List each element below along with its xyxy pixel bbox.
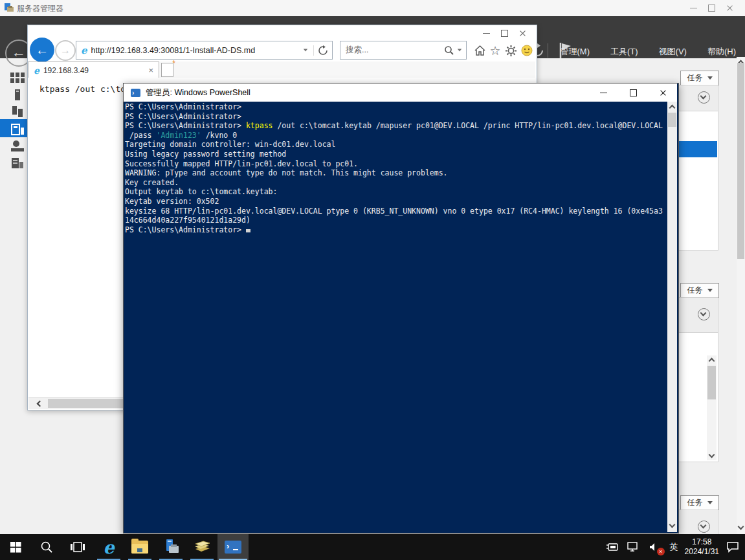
- menubar: 管理(M) 工具(T) 视图(V) 帮助(H): [561, 46, 737, 58]
- menu-tools[interactable]: 工具(T): [610, 46, 638, 58]
- minimize-icon[interactable]: [477, 28, 495, 38]
- url-text: http://192.168.3.49:30081/1-Install-AD-D…: [91, 46, 256, 55]
- console-line: PS C:\Users\Administrator>: [125, 225, 666, 235]
- card2-scrollbar[interactable]: [707, 355, 717, 460]
- clock-time: 17:58: [685, 537, 719, 547]
- search-placeholder: 搜索...: [346, 45, 368, 56]
- card2-header: [678, 297, 718, 333]
- main-scrollbar[interactable]: [737, 57, 745, 534]
- input-language-indicator[interactable]: 英: [670, 541, 678, 553]
- task-view-icon[interactable]: [62, 534, 93, 560]
- tasks-button-3[interactable]: 任务: [680, 495, 719, 510]
- dashboard-icon[interactable]: [10, 71, 25, 84]
- minimize-icon[interactable]: [594, 87, 612, 98]
- desktop: 服务器管理器 ← 管理(M) 工具(T) 视图(V) 帮助(H): [0, 0, 745, 560]
- window-title: 服务器管理器: [17, 3, 63, 14]
- mute-badge-icon: ×: [657, 548, 665, 555]
- close-icon[interactable]: [513, 28, 531, 38]
- powershell-window-controls: [594, 87, 672, 98]
- start-button[interactable]: [0, 534, 31, 560]
- tasks-button-2[interactable]: 任务: [680, 283, 719, 298]
- powershell-icon: ›: [131, 89, 140, 97]
- browser-forward-button[interactable]: →: [55, 40, 76, 61]
- refresh-icon[interactable]: [313, 45, 328, 56]
- console-line: keysize 68 HTTP/lin-pc01.dev.local@DEV.L…: [125, 207, 666, 216]
- maximize-icon[interactable]: [702, 3, 720, 13]
- url-dropdown-icon[interactable]: [304, 49, 307, 52]
- taskbar-file-explorer-icon[interactable]: [124, 534, 155, 560]
- home-icon[interactable]: [473, 43, 487, 58]
- power-plug-icon[interactable]: [605, 540, 619, 554]
- close-icon[interactable]: [654, 87, 672, 98]
- tab-192-168-3-49[interactable]: e 192.168.3.49 ×: [28, 62, 159, 78]
- console-line: /pass 'Admin123' /kvno 0: [125, 131, 666, 140]
- collapse-chevron-icon[interactable]: [698, 91, 710, 104]
- console-line: 14c664d40a227f9540121d1a29d): [125, 216, 666, 225]
- console-scrollbar[interactable]: [667, 102, 677, 532]
- ad-ds-icon[interactable]: [10, 123, 25, 136]
- collapse-chevron-icon[interactable]: [698, 521, 710, 533]
- powershell-title: 管理员: Windows PowerShell: [146, 87, 250, 98]
- action-center-icon[interactable]: [726, 540, 740, 554]
- clock-date: 2024/1/31: [685, 547, 719, 557]
- tab-close-icon[interactable]: ×: [148, 65, 153, 75]
- powershell-window: › 管理员: Windows PowerShell PS C:\Users\Ad…: [123, 83, 679, 533]
- all-servers-icon[interactable]: [10, 106, 25, 118]
- taskbar-yellow-stack-icon[interactable]: [186, 534, 217, 560]
- address-bar[interactable]: e http://192.168.3.49:30081/1-Install-AD…: [76, 41, 333, 60]
- taskbar-clock[interactable]: 17:58 2024/1/31: [685, 537, 719, 557]
- dns-icon[interactable]: [10, 140, 25, 153]
- browser-back-button[interactable]: ←: [30, 38, 54, 62]
- ie-page-icon: e: [81, 45, 87, 56]
- menu-view[interactable]: 视图(V): [659, 46, 687, 58]
- local-server-icon[interactable]: [10, 89, 25, 102]
- maximize-icon[interactable]: [495, 28, 513, 38]
- tab-title: 192.168.3.49: [43, 66, 89, 75]
- card1-body: [678, 111, 718, 251]
- taskbar-server-manager-icon[interactable]: [155, 534, 186, 560]
- taskbar-powershell-icon[interactable]: ›: [217, 534, 249, 560]
- close-icon[interactable]: [720, 3, 739, 13]
- chevron-down-icon: [707, 76, 713, 80]
- tasks-button-1[interactable]: 任务: [680, 71, 719, 85]
- volume-muted-icon[interactable]: ×: [647, 540, 661, 554]
- console-line: PS C:\Users\Administrator>: [125, 112, 666, 122]
- network-icon[interactable]: [626, 540, 640, 554]
- collapse-chevron-icon[interactable]: [698, 308, 710, 320]
- maximize-icon[interactable]: [624, 87, 642, 98]
- chevron-down-icon: [707, 289, 713, 292]
- console-text[interactable]: PS C:\Users\Administrator>PS C:\Users\Ad…: [125, 102, 666, 234]
- console-line: Keytab version: 0x502: [125, 197, 666, 207]
- tab-favicon: e: [34, 65, 39, 76]
- card2-body: [678, 332, 718, 462]
- menu-manage[interactable]: 管理(M): [561, 46, 590, 58]
- divider: [548, 43, 548, 58]
- console-line: Key created.: [125, 178, 666, 188]
- console-line: WARNING: pType and account type do not m…: [125, 168, 666, 178]
- search-box[interactable]: 搜索...: [340, 41, 467, 60]
- console-line: PS C:\Users\Administrator> ktpass /out c…: [125, 121, 666, 131]
- favorites-star-icon[interactable]: ☆: [488, 43, 502, 58]
- taskbar-ie-icon[interactable]: e: [93, 534, 124, 560]
- server-manager-titlebar: 服务器管理器: [0, 0, 745, 17]
- settings-gear-icon[interactable]: [504, 43, 518, 58]
- ie-window-controls: [477, 28, 531, 38]
- search-icon[interactable]: [444, 45, 454, 56]
- file-storage-icon[interactable]: [10, 157, 25, 170]
- card3-header: [678, 510, 718, 535]
- card1-header: [678, 85, 718, 111]
- console-line: Targeting domain controller: win-dc01.de…: [125, 140, 666, 150]
- chevron-down-icon: [707, 501, 713, 504]
- minimize-icon[interactable]: [684, 3, 702, 13]
- server-manager-icon: [5, 3, 14, 12]
- selected-row[interactable]: [679, 141, 717, 157]
- menu-help[interactable]: 帮助(H): [707, 46, 736, 58]
- new-tab-button[interactable]: *: [161, 63, 173, 77]
- console-line: Output keytab to c:\tomcat.keytab:: [125, 187, 666, 197]
- new-tab-star-icon: *: [172, 59, 175, 68]
- search-dropdown-icon[interactable]: [458, 49, 461, 52]
- powershell-titlebar[interactable]: › 管理员: Windows PowerShell: [124, 84, 677, 102]
- taskbar-search-icon[interactable]: [31, 534, 62, 560]
- smiley-feedback-icon[interactable]: [520, 43, 534, 58]
- console-line: Successfully mapped HTTP/lin-pc01.dev.lo…: [125, 159, 666, 169]
